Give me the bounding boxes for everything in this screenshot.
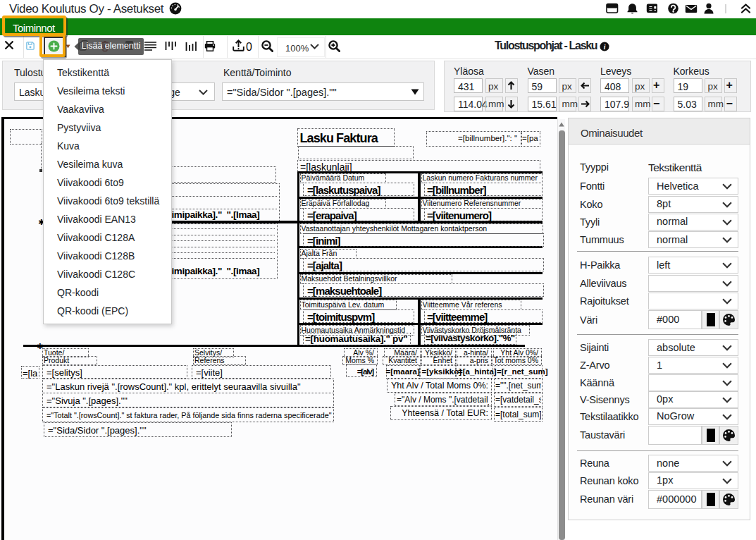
svg-text:i: i [604,42,606,50]
